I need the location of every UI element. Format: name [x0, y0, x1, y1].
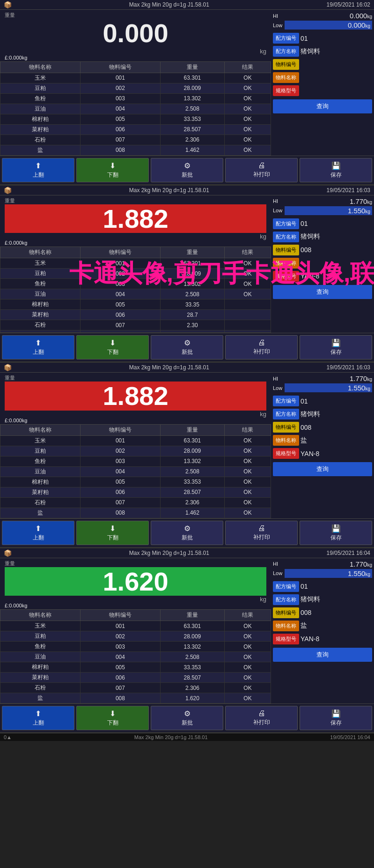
- info-row-4: 规格型号YAN-8: [273, 634, 372, 644]
- button-上翻[interactable]: ⬆上翻: [2, 335, 74, 359]
- table-cell: 33.35: [160, 299, 224, 310]
- table-header: 物料编号: [80, 247, 160, 258]
- table-cell: 001: [80, 73, 160, 83]
- table-cell: [224, 310, 271, 320]
- zero-info: £:0.000kg: [5, 240, 266, 246]
- table-cell: 006: [80, 673, 160, 683]
- table-cell: 005: [80, 662, 160, 673]
- table-cell: 2.508: [160, 104, 224, 114]
- button-上翻[interactable]: ⬆上翻: [2, 158, 74, 182]
- info-label-0: 配方编号: [273, 396, 299, 406]
- table-cell: 28.7: [160, 310, 224, 320]
- table-cell: 菜籽粕: [0, 487, 81, 497]
- low-row: Low 1.550kg: [273, 206, 372, 215]
- info-label-4: 规格型号: [273, 634, 299, 644]
- table-row: 盐0081.462OK: [0, 145, 271, 155]
- info-value-2: 008: [301, 424, 372, 431]
- table-cell: 28.507: [160, 487, 224, 497]
- button-label: 上翻: [33, 719, 44, 727]
- table-cell: [224, 320, 271, 330]
- table-cell: 63.301: [160, 435, 224, 446]
- button-icon: ⚙: [184, 709, 191, 718]
- info-label-2: 物料编号: [273, 245, 299, 255]
- table-cell: 豆粕: [0, 631, 81, 642]
- table-header: 结果: [224, 247, 271, 258]
- weight-unit: kg: [5, 233, 266, 240]
- bottom-buttons: ⬆上翻⬇下翻⚙新批🖨补打印💾保存: [0, 703, 374, 732]
- info-label-1: 配方名称: [273, 46, 299, 57]
- button-补打印[interactable]: 🖨补打印: [225, 158, 298, 182]
- button-label: 新批: [182, 534, 193, 542]
- table-cell: 石粉: [0, 497, 81, 508]
- table-cell: OK: [224, 508, 271, 518]
- table-cell: OK: [224, 104, 271, 114]
- info-value-4: YAN-8: [301, 450, 372, 457]
- button-新批[interactable]: ⚙新批: [151, 158, 223, 182]
- table-cell: 石粉: [0, 320, 81, 330]
- query-button[interactable]: 查询: [273, 648, 372, 662]
- table-header: 重量: [160, 610, 224, 621]
- table-header: 物料名称: [0, 247, 81, 258]
- button-上翻[interactable]: ⬆上翻: [2, 706, 74, 730]
- bottom-buttons: ⬆上翻⬇下翻⚙新批🖨补打印💾保存: [0, 156, 374, 184]
- table-header: 结果: [224, 610, 271, 621]
- button-新批[interactable]: ⚙新批: [151, 335, 223, 359]
- table-cell: 33.353: [160, 662, 224, 673]
- info-value-3: 盐: [301, 621, 372, 630]
- info-value-3: 盐: [301, 436, 372, 445]
- button-icon: ⬇: [110, 338, 116, 347]
- table-cell: 13.302: [160, 279, 224, 289]
- table-cell: 2.30: [160, 320, 224, 330]
- table-cell: 004: [80, 289, 160, 299]
- table-cell: 菜籽粕: [0, 673, 81, 683]
- table-cell: 006: [80, 487, 160, 497]
- table-cell: 002: [80, 269, 160, 279]
- hi-value: 1.770kg: [285, 374, 372, 382]
- table-header: 物料名称: [0, 610, 81, 621]
- query-button[interactable]: 查询: [273, 285, 372, 299]
- table-cell: 004: [80, 652, 160, 662]
- button-label: 下翻: [107, 719, 118, 727]
- weight-label: 重量: [5, 374, 266, 382]
- button-下翻[interactable]: ⬇下翻: [76, 335, 149, 359]
- table-cell: 005: [80, 299, 160, 310]
- button-保存[interactable]: 💾保存: [300, 521, 372, 545]
- table-cell: 008: [80, 693, 160, 703]
- table-cell: 鱼粉: [0, 456, 81, 466]
- right-panel: HI 1.770kg Low 1.550kg 配方编号01配方名称猪饲料物料编号…: [271, 373, 374, 518]
- button-下翻[interactable]: ⬇下翻: [76, 706, 149, 730]
- query-button[interactable]: 查询: [273, 462, 372, 476]
- button-下翻[interactable]: ⬇下翻: [76, 158, 149, 182]
- button-补打印[interactable]: 🖨补打印: [225, 521, 298, 545]
- button-保存[interactable]: 💾保存: [300, 706, 372, 730]
- table-cell: 003: [80, 279, 160, 289]
- button-补打印[interactable]: 🖨补打印: [225, 335, 298, 359]
- info-row-4: 规格型号YAN-8: [273, 271, 372, 282]
- button-下翻[interactable]: ⬇下翻: [76, 521, 149, 545]
- button-新批[interactable]: ⚙新批: [151, 521, 223, 545]
- low-row: Low 1.550kg: [273, 383, 372, 392]
- button-上翻[interactable]: ⬆上翻: [2, 521, 74, 545]
- button-保存[interactable]: 💾保存: [300, 335, 372, 359]
- table-row: 菜籽粕00628.507OK: [0, 124, 271, 135]
- table-cell: OK: [224, 487, 271, 497]
- button-补打印[interactable]: 🖨补打印: [225, 706, 298, 730]
- header-center: Max 2kg Min 20g d=1g J1.58.01: [129, 187, 209, 194]
- button-保存[interactable]: 💾保存: [300, 158, 372, 182]
- table-row: 棉籽粕00533.35: [0, 299, 271, 310]
- header-center: Max 2kg Min 20g d=1g J1.58.01: [129, 364, 209, 371]
- hi-row: HI 1.770kg: [273, 197, 372, 205]
- button-icon: 💾: [331, 161, 341, 170]
- table-cell: 002: [80, 83, 160, 93]
- table-cell: 28.009: [160, 631, 224, 642]
- screen-screen3: 📦 Max 2kg Min 20g d=1g J1.58.01 19/05/20…: [0, 363, 374, 548]
- button-新批[interactable]: ⚙新批: [151, 706, 223, 730]
- header-left: 📦: [4, 187, 12, 194]
- table-cell: [160, 330, 224, 333]
- table-cell: 003: [80, 642, 160, 652]
- table-cell: OK: [224, 466, 271, 477]
- table-cell: 2.508: [160, 652, 224, 662]
- info-row-1: 配方名称猪饲料: [273, 409, 372, 419]
- query-button[interactable]: 查询: [273, 99, 372, 113]
- weight-unit: kg: [5, 596, 266, 603]
